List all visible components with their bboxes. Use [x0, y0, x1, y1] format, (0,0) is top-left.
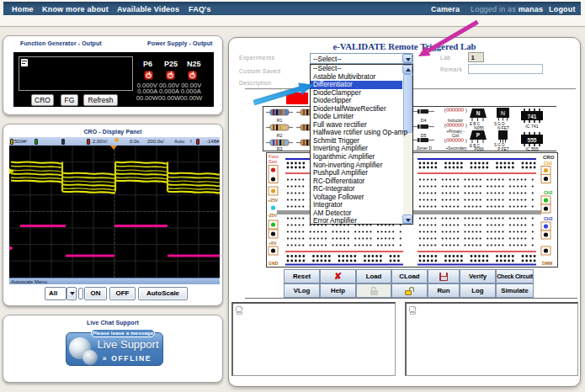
- svg-text:R3: R3: [277, 146, 283, 151]
- svg-text:555: 555: [528, 137, 537, 143]
- svg-text:(: (: [444, 108, 447, 114]
- svg-text:+6V: +6V: [269, 241, 277, 246]
- svg-text:R1: R1: [277, 118, 283, 123]
- svg-text:): ): [465, 138, 468, 144]
- svg-text:P066: P066: [474, 147, 484, 151]
- svg-text:P FET: P FET: [497, 147, 509, 151]
- svg-text:GND: GND: [269, 261, 279, 266]
- svg-text:+25V: +25V: [268, 198, 279, 203]
- svg-text:741: 741: [528, 114, 537, 119]
- svg-text:P: P: [476, 132, 481, 138]
- svg-text:(: (: [444, 123, 447, 129]
- svg-text:IC 555: IC 555: [525, 146, 538, 151]
- svg-text:N: N: [476, 110, 481, 116]
- svg-text:): ): [465, 108, 468, 114]
- svg-text:Zener D: Zener D: [417, 146, 432, 151]
- svg-text:R2: R2: [277, 133, 283, 138]
- svg-text:-25V: -25V: [268, 213, 277, 218]
- svg-text:CH1: CH1: [544, 161, 552, 166]
- svg-text:N FET: N FET: [497, 126, 509, 130]
- svg-text:Coil: Coil: [452, 134, 459, 138]
- svg-text:(: (: [444, 138, 447, 144]
- svg-text:DMM: DMM: [542, 261, 552, 266]
- svg-text:+Secondary: +Secondary: [446, 146, 467, 151]
- svg-text:D4: D4: [421, 118, 427, 123]
- svg-text:Gen: Gen: [269, 159, 277, 164]
- svg-text:CH3: CH3: [544, 216, 552, 221]
- svg-text:N055: N055: [474, 126, 484, 130]
- svg-text:D5: D5: [421, 133, 427, 138]
- svg-text:CH2: CH2: [544, 190, 552, 195]
- svg-text:IC 741: IC 741: [525, 124, 538, 129]
- svg-text:CRO: CRO: [543, 155, 555, 160]
- svg-text:Inductor: Inductor: [448, 118, 463, 123]
- svg-text:): ): [465, 123, 468, 129]
- svg-text:N: N: [501, 109, 505, 117]
